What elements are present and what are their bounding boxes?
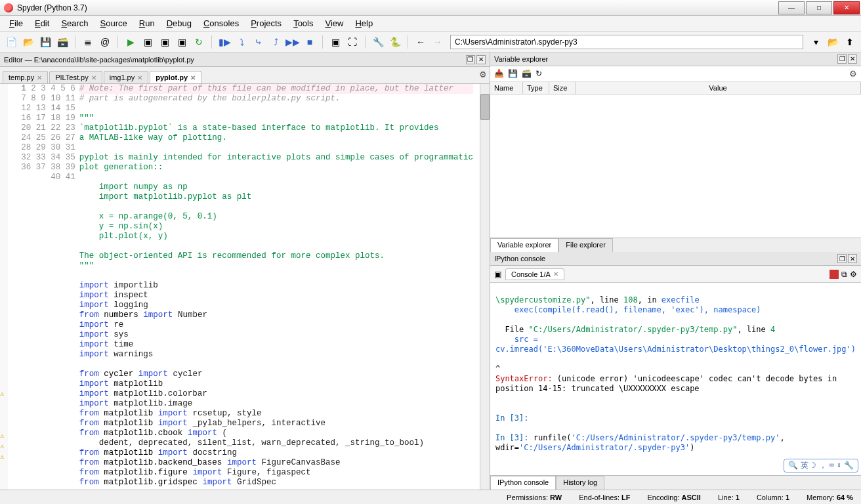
menu-file[interactable]: File [4, 17, 28, 30]
list-icon[interactable]: ≣ [81, 35, 95, 49]
menu-source[interactable]: Source [95, 17, 133, 30]
close-tab-icon[interactable]: ✕ [91, 74, 96, 81]
minimize-button[interactable]: — [778, 1, 805, 14]
tab-variable-explorer[interactable]: Variable explorer [490, 238, 558, 252]
browse-dir-icon[interactable]: 📂 [826, 35, 840, 49]
tab-ipython-console[interactable]: IPython console [490, 476, 556, 490]
save-data-as-icon[interactable]: 🗃️ [522, 69, 532, 78]
ime-settings-icon[interactable]: 🔧 [844, 461, 854, 471]
menu-help[interactable]: Help [350, 17, 378, 30]
varexp-bottom-tabs: Variable explorer File explorer [490, 238, 861, 252]
editor-scrollbar[interactable] [480, 84, 490, 490]
prefs-icon[interactable]: 🔧 [371, 35, 385, 49]
console-zoom-icon[interactable]: ⧉ [841, 270, 847, 279]
col-value[interactable]: Value [576, 82, 861, 94]
close-button[interactable]: ✕ [833, 1, 860, 14]
undock-console-icon[interactable]: ❐ [837, 254, 847, 263]
menu-debug[interactable]: Debug [161, 17, 197, 30]
editor-path-label: Editor — E:\anaconda\lib\site-packages\m… [4, 56, 194, 64]
parent-dir-icon[interactable]: ⬆ [843, 35, 857, 49]
tab-file-explorer[interactable]: File explorer [558, 238, 613, 252]
new-file-icon[interactable]: 📄 [4, 35, 18, 49]
varexp-label: Variable explorer [494, 55, 548, 63]
interrupt-icon[interactable] [830, 270, 839, 279]
back-icon[interactable]: ← [413, 35, 428, 49]
menu-edit[interactable]: Edit [30, 17, 54, 30]
maximize-button[interactable]: □ [806, 1, 832, 14]
tab-options-icon[interactable]: ⚙ [479, 70, 487, 79]
path-dropdown-icon[interactable]: ▾ [808, 35, 823, 49]
file-tab-PILTest-py[interactable]: PILTest.py✕ [49, 71, 102, 83]
close-tab-icon[interactable]: ✕ [37, 74, 42, 81]
menu-run[interactable]: Run [134, 17, 160, 30]
fullscreen-icon[interactable]: ⛶ [345, 35, 360, 49]
undock-icon[interactable]: ❐ [466, 55, 475, 64]
close-console-icon[interactable]: ✕ [848, 254, 857, 263]
at-icon[interactable]: @ [98, 35, 112, 49]
menu-view[interactable]: View [320, 17, 348, 30]
statusbar: Permissions: RW End-of-lines: LF Encodin… [0, 490, 861, 504]
pythonpath-icon[interactable]: 🐍 [388, 35, 402, 49]
continue-icon[interactable]: ▶▶ [285, 35, 300, 49]
varexp-title: Variable explorer ❐ ✕ [490, 52, 861, 66]
step-out-icon[interactable]: ⤴ [268, 35, 283, 49]
save-icon[interactable]: 💾 [38, 35, 52, 49]
close-pane-icon[interactable]: ✕ [476, 55, 486, 64]
menu-search[interactable]: Search [56, 17, 93, 30]
app-icon [4, 3, 13, 12]
ime-down-icon[interactable]: ⬇ [837, 461, 841, 471]
undock-varexp-icon[interactable]: ❐ [837, 54, 847, 64]
menu-consoles[interactable]: Consoles [198, 17, 244, 30]
col-type[interactable]: Type [523, 82, 549, 94]
console-tab[interactable]: Console 1/A ✕ [505, 268, 564, 280]
debug-step-icon[interactable]: ▮▶ [217, 35, 232, 49]
maximize-pane-icon[interactable]: ▣ [328, 35, 343, 49]
console-options-icon[interactable]: ⚙ [850, 270, 857, 279]
run-icon[interactable]: ▶ [123, 35, 138, 49]
close-tab-icon[interactable]: ✕ [190, 74, 196, 81]
close-varexp-icon[interactable]: ✕ [848, 54, 857, 64]
file-tab-temp-py[interactable]: temp.py✕ [3, 71, 48, 83]
step-into-icon[interactable]: ⤷ [251, 35, 266, 49]
refresh-icon[interactable]: ↻ [536, 69, 542, 78]
close-tab-icon[interactable]: ✕ [137, 74, 142, 81]
menu-projects[interactable]: Projects [245, 17, 287, 30]
ime-lang[interactable]: 英 [801, 461, 808, 471]
run-selection-icon[interactable]: ▣ [175, 35, 189, 49]
forward-icon[interactable]: → [430, 35, 445, 49]
col-size[interactable]: Size [549, 82, 576, 94]
varexp-body[interactable] [490, 94, 861, 238]
rerun-icon[interactable]: ↻ [192, 35, 206, 49]
file-tab-img1-py[interactable]: img1.py✕ [104, 71, 149, 83]
app-title: Spyder (Python 3.7) [17, 3, 87, 12]
console-output[interactable]: \spydercustomize.py", line 108, in execf… [490, 283, 861, 475]
menu-tools[interactable]: Tools [288, 17, 318, 30]
ime-kb-icon[interactable]: ⌨ [830, 461, 834, 471]
varexp-toolbar: 📥 💾 🗃️ ↻ ⚙ [490, 66, 861, 82]
working-dir-input[interactable]: C:\Users\Administrator\.spyder-py3 [450, 35, 803, 49]
ime-bar[interactable]: 🔍 英 ☽ ， ⌨ ⬇ 🔧 [784, 459, 858, 472]
col-name[interactable]: Name [490, 82, 523, 94]
open-file-icon[interactable]: 📂 [21, 35, 35, 49]
stop-icon[interactable]: ■ [303, 35, 317, 49]
code-editor[interactable]: 1 2 3 4 5 6 7 8 9 10 11 12 13 14 15 16 1… [0, 84, 490, 490]
ipython-label: IPython console [494, 255, 545, 262]
file-tab-pyplot-py[interactable]: pyplot.py✕ [150, 71, 201, 83]
import-data-icon[interactable]: 📥 [494, 69, 504, 78]
varexp-options-icon[interactable]: ⚙ [849, 69, 857, 79]
toolbar: 📄 📂 💾 🗃️ ≣ @ ▶ ▣ ▣ ▣ ↻ ▮▶ ⤵ ⤷ ⤴ ▶▶ ■ ▣ ⛶… [0, 32, 861, 52]
varexp-columns: Name Type Size Value [490, 82, 861, 94]
run-cell-advance-icon[interactable]: ▣ [158, 35, 172, 49]
ime-search-icon[interactable]: 🔍 [788, 461, 798, 471]
run-cell-icon[interactable]: ▣ [140, 35, 155, 49]
tab-history-log[interactable]: History log [556, 476, 604, 490]
save-data-icon[interactable]: 💾 [508, 69, 518, 78]
console-tab-close-icon[interactable]: ✕ [553, 270, 558, 278]
menubar: FileEditSearchSourceRunDebugConsolesProj… [0, 16, 861, 32]
console-browse-icon[interactable]: ▣ [494, 270, 501, 279]
step-over-icon[interactable]: ⤵ [234, 35, 249, 49]
ime-moon-icon[interactable]: ☽ [811, 461, 816, 471]
ipython-title: IPython console ❐ ✕ [490, 252, 861, 266]
save-all-icon[interactable]: 🗃️ [55, 35, 70, 49]
ime-comma-icon[interactable]: ， [819, 461, 827, 471]
